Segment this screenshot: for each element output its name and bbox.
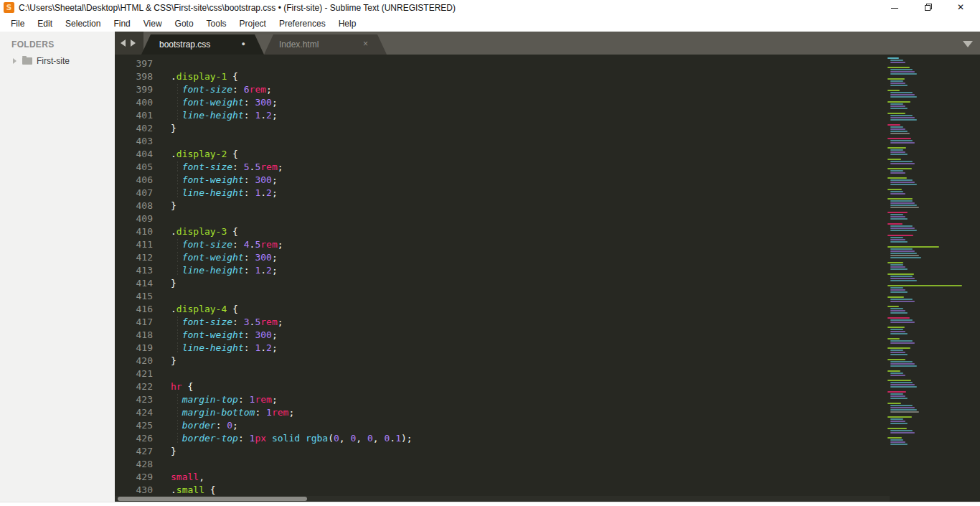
status-bar [0,502,980,506]
line-number: 428 [115,458,153,471]
menu-item-preferences[interactable]: Preferences [273,16,332,32]
minimap-rule-block [887,90,972,98]
line-number: 413 [115,264,153,277]
folders-header: FOLDERS [11,39,54,50]
tab-bootstrap.css[interactable]: bootstrap.css● [141,34,264,55]
menu-item-goto[interactable]: Goto [169,16,200,32]
minimap-rule-block [887,338,972,344]
minimap[interactable] [887,57,972,449]
indent-guide [177,265,178,276]
indent-guide [177,394,178,406]
code-line [171,367,413,380]
tab-scroll-left-icon[interactable] [121,39,126,47]
code-line: } [171,445,413,458]
minimap-rule-block [887,306,972,314]
menu-item-find[interactable]: Find [107,16,136,32]
chevron-right-icon[interactable] [13,58,17,64]
tab-overflow-dropdown-icon[interactable] [963,41,973,47]
minimap-rule-block [887,347,972,355]
modified-dot-icon: ● [242,40,245,47]
menu-item-selection[interactable]: Selection [59,16,107,32]
line-number: 401 [115,109,153,122]
minimap-rule-block [887,168,972,174]
minimap-rule-block [887,138,972,144]
code-line: border: 0; [171,419,413,432]
minimap-rule-block [887,246,972,258]
close-button[interactable]: ✕ [948,0,973,16]
code-line: border-top: 1px solid rgba(0, 0, 0, 0.1)… [171,432,413,445]
line-number: 421 [115,367,153,380]
tab-scroll-right-icon[interactable] [131,39,136,47]
code-line: hr { [171,380,413,393]
sidebar-item-first-site[interactable]: First-site [0,54,115,68]
menu-item-tools[interactable]: Tools [200,16,233,32]
indent-guide [177,317,178,328]
tab-scroll-arrows [115,32,143,55]
line-number: 404 [115,148,153,161]
code-line: } [171,200,413,212]
menu-item-project[interactable]: Project [233,16,273,32]
line-number: 422 [115,380,153,393]
code-line: font-size: 6rem; [171,83,413,96]
line-number: 426 [115,432,153,445]
minimap-rule-block [887,428,972,434]
minimap-rule-block [887,223,972,231]
menu-bar: FileEditSelectionFindViewGotoToolsProjec… [0,16,980,32]
indent-guide [177,161,178,173]
minimap-rule-block [887,177,972,185]
code-line: font-weight: 300; [171,174,413,187]
menu-item-file[interactable]: File [4,16,31,32]
indent-guide [177,174,178,186]
line-number: 408 [115,200,153,212]
minimap-rule-block [887,159,972,164]
minimap-rule-block [887,403,972,413]
indent-guide [177,239,178,250]
line-number: 411 [115,238,153,251]
code-line: font-size: 5.5rem; [171,161,413,174]
line-number: 427 [115,445,153,458]
code-area[interactable]: .display-1 { font-size: 6rem; font-weigh… [171,57,413,497]
code-line: .display-1 { [171,70,413,83]
line-number: 414 [115,277,153,290]
code-line: } [171,277,413,290]
minimap-rule-block [887,273,972,281]
line-number: 409 [115,212,153,225]
code-line: } [171,122,413,135]
line-number: 398 [115,70,153,83]
indent-guide [177,84,178,95]
menu-item-help[interactable]: Help [332,16,363,32]
minimap-rule-block [887,327,972,334]
line-number: 424 [115,406,153,419]
code-line: .display-4 { [171,303,413,316]
window-title: C:\Users\Sheetal\Desktop\HTML & CSS\Firs… [19,3,456,13]
tab-index.html[interactable]: Index.html× [264,34,387,55]
code-line: font-weight: 300; [171,96,413,109]
line-number: 420 [115,355,153,367]
code-line [171,135,413,148]
code-line: .display-2 { [171,148,413,161]
tab-close-icon[interactable]: × [363,39,368,49]
line-number: 407 [115,187,153,200]
minimap-rule-block [887,113,972,121]
restore-button[interactable] [915,0,940,16]
code-line [171,212,413,225]
minimap-rule-block [887,359,972,367]
line-number: 399 [115,83,153,96]
editor-pane[interactable]: 3973983994004014024034044054064074084094… [115,55,980,502]
indent-guide [177,252,178,263]
line-number: 429 [115,471,153,484]
menu-item-view[interactable]: View [137,16,169,32]
minimize-button[interactable] [882,0,907,16]
indent-guide [177,407,178,418]
code-line [171,57,413,70]
line-number: 430 [115,484,153,497]
minimap-rule-block [887,416,972,424]
menu-item-edit[interactable]: Edit [31,16,59,32]
folder-icon [22,57,32,65]
indent-guide [177,97,178,108]
horizontal-scrollbar-thumb[interactable] [118,497,307,501]
line-number: 418 [115,329,153,342]
minimap-rule-block [887,285,972,293]
code-line [171,290,413,303]
minimap-rule-block [887,317,972,323]
